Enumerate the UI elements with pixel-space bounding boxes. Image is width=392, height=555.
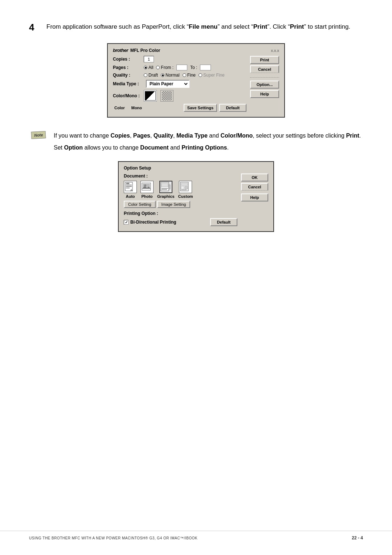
svg-rect-2 — [126, 186, 132, 187]
option-button[interactable]: Option... — [250, 81, 279, 89]
checkerboard-pattern — [162, 91, 172, 101]
doc-graphics-item[interactable]: Graphics — [157, 181, 175, 199]
help-button[interactable]: Help — [250, 90, 279, 98]
quality-normal-option[interactable]: Normal — [161, 73, 180, 78]
pages-options: All From : To : — [144, 65, 211, 70]
doc-custom-label: Custom — [178, 194, 193, 199]
option-cancel-button[interactable]: Cancel — [241, 183, 268, 191]
save-settings-button[interactable]: Save Settings — [184, 104, 217, 112]
quality-label: Quality : — [113, 73, 144, 78]
color-icon-inner — [145, 91, 156, 101]
page-footer: USING THE BROTHER MFC WITH A NEW POWER M… — [0, 531, 392, 540]
copies-input[interactable] — [144, 56, 154, 62]
pages-row: Pages : All From : To : — [113, 65, 246, 70]
printing-option-section: Printing Option : ✓ Bi-Directional Print… — [124, 211, 237, 226]
mono-text-label: Mono — [131, 106, 142, 110]
copies-row: Copies : — [113, 56, 246, 62]
pages-from-option[interactable]: From : — [156, 65, 173, 70]
quality-draft-label: Draft — [148, 73, 158, 78]
color-icon[interactable] — [144, 90, 157, 102]
quality-options: Draft Normal Fine — [144, 73, 225, 78]
bidirectional-checkbox-item[interactable]: ✓ Bi-Directional Printing — [124, 220, 176, 225]
print-dialog-buttons: Print Cancel Option... Help — [250, 56, 279, 112]
doc-graphics-icon — [159, 181, 172, 193]
quality-row: Quality : Draft Normal — [113, 73, 246, 78]
printing-option-label: Printing Option : — [124, 211, 237, 216]
dialog-title: brother MFL Pro Color — [113, 48, 160, 53]
pages-from-input[interactable] — [176, 65, 187, 70]
doc-custom-item[interactable]: Custom — [178, 181, 193, 199]
bidirectional-checkbox[interactable]: ✓ — [124, 220, 128, 225]
color-mono-row: Color/Mono : — [113, 90, 246, 102]
doc-custom-svg — [180, 182, 191, 192]
quality-superfine-radio[interactable] — [199, 73, 202, 77]
pages-all-label: All — [148, 65, 153, 70]
svg-point-8 — [144, 184, 146, 187]
step-4-instruction: 4 From application software such as Pape… — [29, 22, 363, 33]
dialog-product-name: MFL Pro Color — [130, 48, 160, 53]
cancel-button[interactable]: Cancel — [250, 65, 279, 73]
option-ok-button[interactable]: OK — [241, 174, 268, 181]
quality-draft-radio[interactable] — [144, 73, 147, 77]
svg-rect-1 — [126, 185, 132, 185]
print-dialog-wrapper: brother MFL Pro Color x.x.x Copies : Pag… — [29, 43, 363, 118]
pages-from-radio[interactable] — [156, 66, 160, 69]
option-dialog: Option Setup Document : — [118, 161, 274, 232]
quality-draft-option[interactable]: Draft — [144, 73, 158, 78]
footer-text: USING THE BROTHER MFC WITH A NEW POWER M… — [29, 536, 197, 540]
media-select[interactable]: Plain Paper — [146, 80, 189, 88]
dialog-version: x.x.x — [271, 48, 279, 53]
option-dialog-buttons: OK Cancel Help — [241, 174, 268, 226]
note-second-line: Set Option allows you to change Document… — [54, 143, 361, 152]
svg-rect-18 — [181, 186, 184, 189]
option-default-button[interactable]: Default — [210, 218, 237, 226]
quality-fine-option[interactable]: Fine — [183, 73, 196, 78]
doc-auto-item[interactable]: A Auto — [124, 181, 137, 199]
doc-auto-label: Auto — [126, 194, 135, 199]
step-number: 4 — [29, 22, 40, 33]
setting-buttons-row: Color Setting Image Setting — [124, 201, 237, 208]
document-section-label: Document : — [124, 174, 237, 179]
option-dialog-title: Option Setup — [124, 166, 151, 171]
quality-superfine-option[interactable]: Super Fine — [199, 73, 225, 78]
color-text-label: Color — [114, 106, 125, 110]
brother-logo: brother — [113, 48, 128, 53]
doc-auto-svg: A — [125, 182, 136, 192]
note-content: If you want to change Copies, Pages, Qua… — [54, 131, 361, 152]
color-mono-label: Color/Mono : — [113, 93, 144, 98]
copies-label: Copies : — [113, 57, 144, 62]
print-dialog: brother MFL Pro Color x.x.x Copies : Pag… — [107, 43, 285, 118]
quality-normal-label: Normal — [166, 73, 180, 78]
doc-custom-icon — [179, 181, 192, 193]
doc-photo-item[interactable]: Photo — [140, 181, 154, 199]
note-first-line: If you want to change Copies, Pages, Qua… — [54, 131, 361, 140]
quality-fine-label: Fine — [187, 73, 196, 78]
pages-all-radio[interactable] — [144, 66, 147, 69]
bidirectional-row: ✓ Bi-Directional Printing Default — [124, 218, 237, 226]
image-setting-button[interactable]: Image Setting — [157, 201, 191, 208]
print-button[interactable]: Print — [250, 56, 279, 64]
pages-all-option[interactable]: All — [144, 65, 153, 70]
mono-icon[interactable] — [160, 90, 173, 102]
doc-auto-icon: A — [124, 181, 137, 193]
option-help-button[interactable]: Help — [241, 193, 268, 201]
doc-graphics-label: Graphics — [157, 194, 175, 199]
option-dialog-wrapper: Option Setup Document : — [29, 161, 363, 232]
note-icon-area: Note — [29, 131, 48, 152]
media-row: Media Type : Plain Paper — [113, 80, 246, 88]
quality-fine-radio[interactable] — [183, 73, 186, 77]
doc-icons-row: A Auto — [124, 181, 237, 199]
default-button[interactable]: Default — [219, 104, 246, 112]
quality-normal-radio[interactable] — [161, 73, 164, 77]
doc-photo-label: Photo — [141, 194, 152, 199]
step-text: From application software such as PaperP… — [46, 22, 350, 33]
svg-rect-11 — [162, 183, 168, 187]
pages-to-input[interactable] — [200, 65, 211, 70]
media-label: Media Type : — [113, 81, 144, 86]
pages-to-label: To : — [190, 65, 197, 70]
pages-label: Pages : — [113, 65, 144, 70]
footer-page-number: 22 - 4 — [352, 535, 363, 540]
color-setting-button[interactable]: Color Setting — [124, 201, 156, 208]
doc-photo-svg — [142, 182, 152, 192]
note-badge: Note — [31, 131, 46, 139]
